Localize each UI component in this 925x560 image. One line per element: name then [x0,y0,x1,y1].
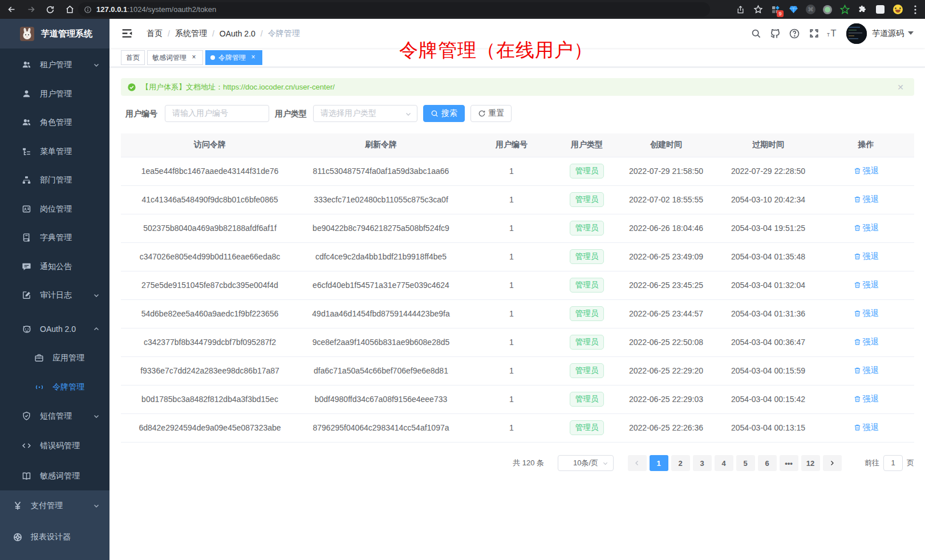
tab-label: 敏感词管理 [152,53,186,63]
page-size-select[interactable]: 10条/页 [558,455,614,471]
force-logout-button[interactable]: 强退 [854,423,879,433]
font-size-icon[interactable]: TT [827,27,839,40]
search-icon[interactable] [749,27,762,40]
force-logout-button[interactable]: 强退 [854,166,879,176]
browser-reload-icon[interactable] [44,4,56,15]
sidebar-item-1[interactable]: 用户管理 [0,80,109,109]
code-icon [22,441,32,451]
tab-close-icon[interactable]: × [249,54,257,62]
profile-emoji-icon[interactable] [892,5,903,15]
sidebar-item-12[interactable]: 短信管理 [0,402,109,431]
force-logout-button[interactable]: 强退 [854,223,879,233]
extension-grid-icon[interactable]: 9 [770,5,781,15]
browser-toolbar: 127.0.0.1:1024/system/oauth2/token 9 ⌘ [0,0,925,19]
user-caret-icon[interactable] [908,31,914,35]
page-button-6[interactable]: 6 [758,455,777,471]
access-token-cell: 54d6be82ee5a460a9aedc1f9bf223656 [121,299,299,328]
force-logout-button[interactable]: 强退 [854,337,879,347]
sidebar-toggle-icon[interactable] [121,27,133,39]
sidebar-item-15[interactable]: 支付管理 [0,490,109,521]
force-logout-button[interactable]: 强退 [854,309,879,319]
sidebar-item-label: 角色管理 [40,117,72,128]
expire-time-cell: 2054-03-04 19:51:25 [719,214,818,242]
search-button[interactable]: 搜索 [423,105,465,122]
refresh-token-cell: 333ecfc71e02480cb11055c875c3ca0f [299,185,463,214]
sidebar-item-14[interactable]: 敏感词管理 [0,461,109,491]
breadcrumb-item[interactable]: 首页 [147,29,163,39]
badge-icon [22,204,32,214]
sidebar-item-4[interactable]: 部门管理 [0,166,109,195]
next-page-button[interactable] [823,455,842,471]
tab-0[interactable]: 首页 [121,50,145,65]
menu-dots-icon[interactable] [910,5,920,15]
address-bar[interactable]: 127.0.0.1:1024/system/oauth2/token [78,2,710,17]
alert-link[interactable]: https://doc.iocoder.cn/user-center/ [223,83,335,91]
username[interactable]: 芋道源码 [872,29,904,39]
sidebar-item-16[interactable]: 报表设计器 [0,521,109,553]
sidebar-item-label: OAuth 2.0 [40,324,76,334]
expire-time-cell: 2054-03-04 01:32:04 [719,271,818,299]
breadcrumb-item[interactable]: 系统管理 [175,29,207,39]
green-dot-extension-icon[interactable] [823,5,832,14]
tab-2[interactable]: 令牌管理× [205,50,262,65]
force-logout-button[interactable]: 强退 [854,366,879,376]
main-content: 【用户体系】文档地址：https://doc.iocoder.cn/user-c… [109,67,925,560]
chevron-up-icon [93,326,100,332]
sidebar-item-5[interactable]: 岗位管理 [0,195,109,224]
sidebar-item-2[interactable]: 角色管理 [0,108,109,137]
page-button-3[interactable]: 3 [693,455,712,471]
fullscreen-icon[interactable] [808,27,820,40]
page-button-4[interactable]: 4 [715,455,733,471]
browser-home-icon[interactable] [64,4,75,15]
browser-back-icon[interactable] [6,4,17,15]
sidebar-item-label: 部门管理 [40,175,72,185]
sidebar-item-0[interactable]: 租户管理 [0,51,109,80]
refresh-token-cell: 9ce8ef2aa9f14056b831ae9b608e28d5 [299,328,463,356]
access-token-cell: b0d1785bc3a8482f812db4a3f3bd15ec [121,385,299,413]
sidebar-item-8[interactable]: 审计日志 [0,281,109,310]
force-logout-button[interactable]: 强退 [854,251,879,262]
bookmark-star-icon[interactable] [753,5,763,15]
tab-square-icon[interactable] [875,5,885,15]
github-icon[interactable] [769,27,781,40]
tab-1[interactable]: 敏感词管理× [147,50,203,65]
breadcrumb-item[interactable]: OAuth 2.0 [220,29,255,38]
sidebar-item-9[interactable]: OAuth 2.0 [0,315,109,344]
breadcrumb: 首页/系统管理/OAuth 2.0/令牌管理 [147,19,300,48]
user-id-input[interactable]: 请输入用户编号 [165,105,269,122]
sidebar-item-7[interactable]: 通知公告 [0,253,109,282]
green-star-extension-icon[interactable] [839,5,850,15]
force-logout-button[interactable]: 强退 [854,394,879,404]
sidebar-item-11[interactable]: 令牌管理 [0,373,109,402]
sidebar-item-10[interactable]: 应用管理 [0,344,109,373]
app-logo[interactable]: 芋道管理系统 [0,19,109,48]
page-button-12[interactable]: 12 [801,455,820,471]
help-icon[interactable] [788,27,801,40]
user-type-select[interactable]: 请选择用户类型 [313,105,417,122]
tab-close-icon[interactable]: × [190,54,198,62]
goto-page-input[interactable]: 1 [883,455,903,471]
yen-icon [13,501,23,511]
force-logout-button[interactable]: 强退 [854,194,879,205]
page-button-2[interactable]: 2 [671,455,690,471]
page-button-1[interactable]: 1 [650,455,668,471]
sidebar-item-13[interactable]: 错误码管理 [0,431,109,461]
action-label: 强退 [863,423,879,433]
trash-icon [854,224,861,232]
user-avatar[interactable] [846,23,867,44]
sidebar-item-6[interactable]: 字典管理 [0,224,109,253]
browser-forward-icon[interactable] [25,4,36,15]
reset-button[interactable]: 重置 [470,105,512,122]
sidebar-item-3[interactable]: 菜单管理 [0,137,109,167]
force-logout-button[interactable]: 强退 [854,280,879,290]
share-icon[interactable] [735,5,745,15]
gem-icon[interactable] [788,5,798,15]
more-pages-button[interactable]: ••• [780,455,798,471]
user-type-badge: 管理员 [570,221,605,236]
alert-close-icon[interactable]: ✕ [897,83,904,92]
puzzle-extensions-icon[interactable] [857,5,867,15]
trash-icon [854,167,861,175]
page-button-5[interactable]: 5 [736,455,755,471]
command-extension-icon[interactable]: ⌘ [806,5,816,14]
prev-page-button[interactable] [628,455,647,471]
